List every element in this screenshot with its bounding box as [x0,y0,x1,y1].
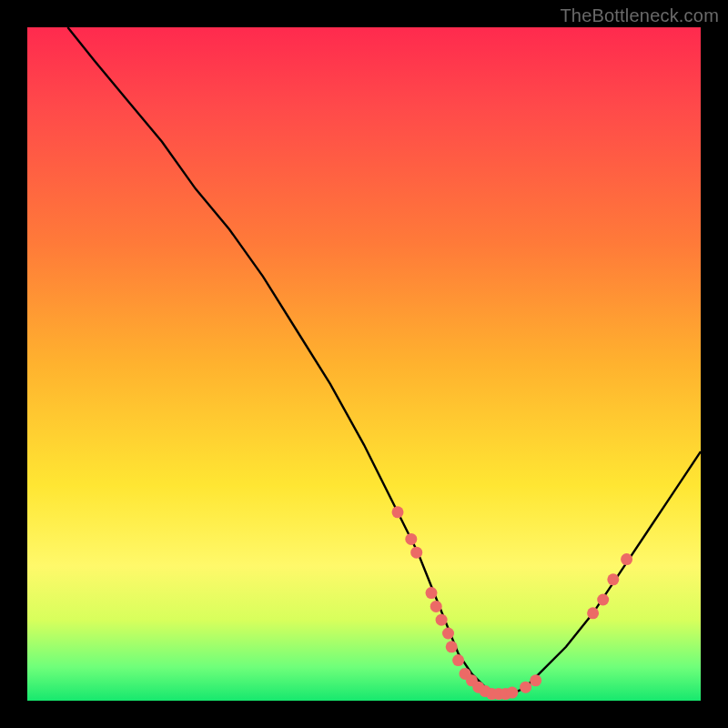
data-marker [520,682,531,693]
data-marker [392,506,404,518]
data-marker [607,573,619,585]
data-marker [430,601,442,612]
chart-frame [27,27,701,701]
data-marker [597,594,609,606]
bottleneck-curve [67,27,701,694]
data-marker [436,614,448,626]
data-marker [587,607,599,619]
chart-svg [27,27,701,701]
data-marker [446,641,458,652]
data-marker [405,533,417,545]
data-marker [452,654,464,666]
data-marker [410,547,422,559]
data-markers [392,506,633,700]
data-marker [506,687,518,699]
data-marker [530,674,541,686]
watermark-text: TheBottleneck.com [560,5,719,26]
data-marker [621,553,632,565]
data-marker [442,628,454,640]
data-marker [426,587,438,599]
